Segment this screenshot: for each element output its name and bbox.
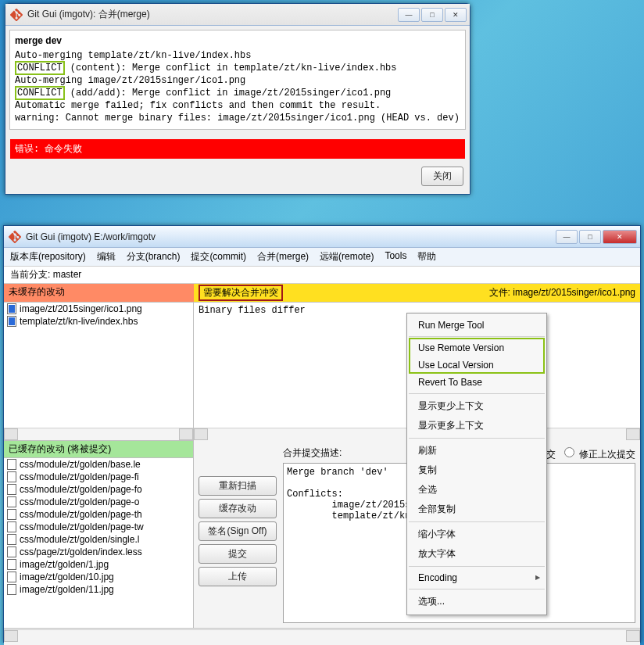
file-icon xyxy=(7,534,16,545)
menu-edit[interactable]: 编辑 xyxy=(97,250,116,263)
ctx-options[interactable]: 选项... xyxy=(407,592,546,611)
file-icon xyxy=(7,521,16,532)
list-item[interactable]: image/zt/2015singer/ico1.png xyxy=(4,303,193,315)
close-button[interactable]: ✕ xyxy=(445,8,467,22)
scrollbar[interactable] xyxy=(4,428,193,440)
ctx-refresh[interactable]: 刷新 xyxy=(407,441,546,460)
list-item[interactable]: css/module/zt/golden/page-fo xyxy=(4,483,193,496)
diff-header: 需要解决合并冲突 文件: image/zt/2015singer/ico1.pn… xyxy=(194,284,640,303)
file-icon xyxy=(7,484,16,495)
diff-text: Binary files differ xyxy=(199,305,306,316)
maximize-button[interactable]: □ xyxy=(421,8,443,22)
file-icon xyxy=(7,471,16,482)
list-item[interactable]: css/page/zt/golden/index.less xyxy=(4,546,193,558)
git-icon xyxy=(10,9,23,21)
merge-output-panel: merge dev Auto-merging template/zt/kn-li… xyxy=(9,30,466,130)
menu-tools[interactable]: Tools xyxy=(385,250,406,263)
main-window-title: Git Gui (imgotv) E:/work/imgotv xyxy=(26,231,556,242)
file-icon xyxy=(7,496,16,507)
signoff-button[interactable]: 签名(Sign Off) xyxy=(199,521,277,541)
git-icon xyxy=(9,231,21,243)
commit-button[interactable]: 提交 xyxy=(199,544,277,564)
main-titlebar[interactable]: Git Gui (imgotv) E:/work/imgotv — □ ✕ xyxy=(4,226,640,248)
list-item[interactable]: css/module/zt/golden/single.l xyxy=(4,533,193,546)
ctx-use-local[interactable]: Use Local Version xyxy=(407,357,546,374)
list-item[interactable]: css/module/zt/golden/page-o xyxy=(4,496,193,508)
staged-changes-header: 已缓存的改动 (将被提交) xyxy=(4,440,193,458)
rescan-button[interactable]: 重新扫描 xyxy=(199,476,277,496)
close-dialog-button[interactable]: 关闭 xyxy=(421,167,463,186)
ctx-larger-font[interactable]: 放大字体 xyxy=(407,544,546,564)
error-banner: 错误: 命令失败 xyxy=(10,139,465,159)
unstaged-changes-header: 未缓存的改动 xyxy=(4,284,194,303)
list-item[interactable]: image/zt/golden/1.jpg xyxy=(4,558,193,571)
minimize-button[interactable]: — xyxy=(398,8,420,22)
file-icon xyxy=(7,584,16,595)
staged-files-list[interactable]: css/module/zt/golden/base.le css/module/… xyxy=(4,458,193,628)
file-icon xyxy=(7,572,16,582)
window-controls: — □ ✕ xyxy=(398,8,467,22)
conflict-prompt: 需要解决合并冲突 xyxy=(199,285,283,301)
merge-log: Auto-merging template/zt/kn-live/index.h… xyxy=(15,49,460,124)
maximize-button[interactable]: □ xyxy=(579,230,601,244)
ctx-copy-all[interactable]: 全部复制 xyxy=(407,500,546,519)
menu-merge[interactable]: 合并(merge) xyxy=(257,250,309,263)
current-file-label: 文件: image/zt/2015singer/ico1.png xyxy=(489,286,635,299)
ctx-encoding[interactable]: Encoding xyxy=(407,569,546,586)
list-item[interactable]: template/zt/kn-live/index.hbs xyxy=(4,315,193,328)
file-icon xyxy=(7,546,16,557)
file-icon xyxy=(7,316,16,327)
list-item[interactable]: image/zt/golden/10.jpg xyxy=(4,571,193,583)
ctx-show-less[interactable]: 显示更少上下文 xyxy=(407,396,546,416)
ctx-use-remote[interactable]: Use Remote Version xyxy=(407,339,546,357)
ctx-show-more[interactable]: 显示更多上下文 xyxy=(407,416,546,435)
menu-branch[interactable]: 分支(branch) xyxy=(127,250,181,263)
commit-desc-label: 合并提交描述: xyxy=(283,446,342,460)
menu-repository[interactable]: 版本库(repository) xyxy=(10,250,86,263)
current-branch-bar: 当前分支: master xyxy=(4,267,640,284)
amend-commit-radio[interactable]: 修正上次提交 xyxy=(560,445,635,461)
stage-button[interactable]: 缓存改动 xyxy=(199,499,277,518)
file-icon xyxy=(7,459,16,470)
ctx-smaller-font[interactable]: 缩小字体 xyxy=(407,525,546,544)
minimize-button[interactable]: — xyxy=(556,230,578,244)
list-item[interactable]: css/module/zt/golden/base.le xyxy=(4,458,193,471)
close-button[interactable]: ✕ xyxy=(603,230,637,244)
conflict-marker: CONFLICT xyxy=(15,61,65,75)
list-item[interactable]: css/module/zt/golden/page-tw xyxy=(4,521,193,533)
menu-help[interactable]: 帮助 xyxy=(417,250,436,263)
menu-bar: 版本库(repository) 编辑 分支(branch) 提交(commit)… xyxy=(4,248,640,267)
merge-dialog-window: Git Gui (imgotv): 合并(merge) — □ ✕ merge … xyxy=(5,3,470,195)
merge-operation-title: merge dev xyxy=(15,35,460,46)
scrollbar[interactable] xyxy=(4,629,640,642)
menu-remote[interactable]: 远端(remote) xyxy=(320,250,374,263)
list-item[interactable]: image/zt/golden/11.jpg xyxy=(4,583,193,596)
merge-dialog-title: Git Gui (imgotv): 合并(merge) xyxy=(27,8,398,21)
list-item[interactable]: css/module/zt/golden/page-th xyxy=(4,508,193,521)
list-item[interactable]: css/module/zt/golden/page-fi xyxy=(4,471,193,483)
ctx-copy[interactable]: 复制 xyxy=(407,460,546,480)
unstaged-files-list[interactable]: image/zt/2015singer/ico1.png template/zt… xyxy=(4,303,194,440)
file-icon xyxy=(7,303,16,314)
context-menu: Run Merge Tool Use Remote Version Use Lo… xyxy=(406,313,547,615)
conflict-marker: CONFLICT xyxy=(15,86,65,100)
ctx-select-all[interactable]: 全选 xyxy=(407,480,546,500)
window-controls: — □ ✕ xyxy=(556,230,637,244)
ctx-revert-base[interactable]: Revert To Base xyxy=(407,374,546,391)
file-icon xyxy=(7,509,16,520)
push-button[interactable]: 上传 xyxy=(199,567,277,586)
menu-commit[interactable]: 提交(commit) xyxy=(191,250,246,263)
file-icon xyxy=(7,559,16,570)
ctx-run-merge-tool[interactable]: Run Merge Tool xyxy=(407,317,546,334)
merge-dialog-titlebar[interactable]: Git Gui (imgotv): 合并(merge) — □ ✕ xyxy=(5,4,470,26)
